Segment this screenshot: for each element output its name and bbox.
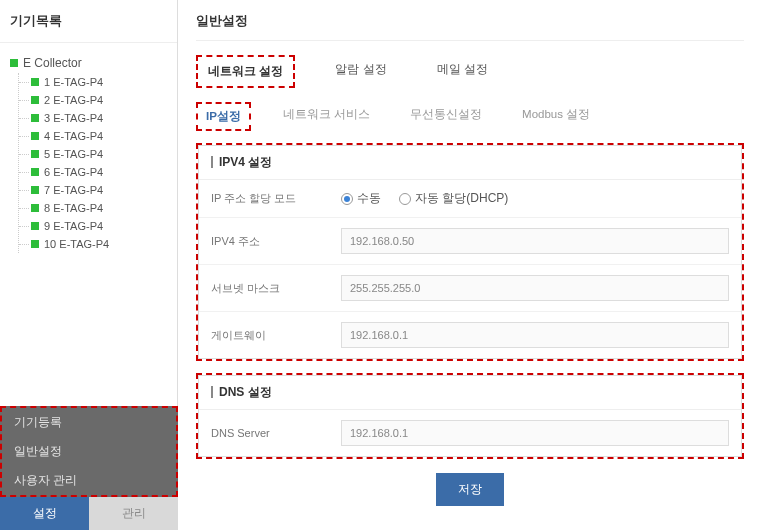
- primary-tab[interactable]: 네트워크 설정: [196, 55, 295, 88]
- tree-item-label: 8 E-TAG-P4: [44, 202, 103, 214]
- radio-dhcp-label: 자동 할당(DHCP): [415, 190, 508, 207]
- secondary-tab[interactable]: Modbus 설정: [514, 102, 598, 131]
- secondary-tab[interactable]: IP설정: [196, 102, 251, 131]
- settings-menu-item[interactable]: 일반설정: [2, 437, 176, 466]
- tree-item-label: 5 E-TAG-P4: [44, 148, 103, 160]
- tree-item-label: 9 E-TAG-P4: [44, 220, 103, 232]
- tree-item[interactable]: 8 E-TAG-P4: [19, 199, 167, 217]
- status-icon: [31, 78, 39, 86]
- settings-menu: 기기등록일반설정사용자 관리: [0, 406, 178, 497]
- radio-dhcp[interactable]: 자동 할당(DHCP): [399, 190, 508, 207]
- tree-item[interactable]: 6 E-TAG-P4: [19, 163, 167, 181]
- tree-item-label: 4 E-TAG-P4: [44, 130, 103, 142]
- status-icon: [31, 132, 39, 140]
- status-icon: [31, 222, 39, 230]
- device-tree: E Collector 1 E-TAG-P42 E-TAG-P43 E-TAG-…: [0, 43, 177, 406]
- primary-tab[interactable]: 알람 설정: [325, 55, 396, 88]
- tree-item[interactable]: 5 E-TAG-P4: [19, 145, 167, 163]
- radio-manual-label: 수동: [357, 190, 381, 207]
- dns-panel: DNS 설정 DNS Server: [196, 373, 744, 459]
- tree-item-label: 10 E-TAG-P4: [44, 238, 109, 250]
- ipv4-panel-title: IPV4 설정: [199, 146, 741, 180]
- status-icon: [31, 150, 39, 158]
- settings-menu-item[interactable]: 기기등록: [2, 408, 176, 437]
- ipv4-panel: IPV4 설정 IP 주소 할당 모드 수동 자동 할당(DHCP): [196, 143, 744, 361]
- gateway-input[interactable]: [341, 322, 729, 348]
- dns-server-input[interactable]: [341, 420, 729, 446]
- radio-icon: [341, 193, 353, 205]
- dns-panel-title: DNS 설정: [199, 376, 741, 410]
- status-icon: [10, 59, 18, 67]
- tree-item-label: 3 E-TAG-P4: [44, 112, 103, 124]
- status-icon: [31, 204, 39, 212]
- primary-tabs: 네트워크 설정알람 설정메일 설정: [196, 55, 744, 88]
- secondary-tab[interactable]: 무선통신설정: [402, 102, 490, 131]
- status-icon: [31, 114, 39, 122]
- tree-item-label: 2 E-TAG-P4: [44, 94, 103, 106]
- tree-item[interactable]: 10 E-TAG-P4: [19, 235, 167, 253]
- tree-item[interactable]: 2 E-TAG-P4: [19, 91, 167, 109]
- settings-menu-item[interactable]: 사용자 관리: [2, 466, 176, 495]
- tree-item-label: 7 E-TAG-P4: [44, 184, 103, 196]
- subnet-mask-label: 서브넷 마스크: [211, 281, 341, 296]
- tree-item[interactable]: 9 E-TAG-P4: [19, 217, 167, 235]
- status-icon: [31, 186, 39, 194]
- tree-item-label: 1 E-TAG-P4: [44, 76, 103, 88]
- main-panel: 일반설정 네트워크 설정알람 설정메일 설정 IP설정네트워크 서비스무선통신설…: [178, 0, 762, 530]
- tree-item-label: 6 E-TAG-P4: [44, 166, 103, 178]
- status-icon: [31, 168, 39, 176]
- tree-item[interactable]: 1 E-TAG-P4: [19, 73, 167, 91]
- tree-item[interactable]: 4 E-TAG-P4: [19, 127, 167, 145]
- bottom-tab-manage[interactable]: 관리: [89, 497, 178, 530]
- tree-root[interactable]: E Collector: [10, 53, 167, 73]
- ip-mode-label: IP 주소 할당 모드: [211, 191, 341, 206]
- radio-manual[interactable]: 수동: [341, 190, 381, 207]
- sidebar-title: 기기목록: [0, 0, 177, 43]
- tree-root-label: E Collector: [23, 56, 82, 70]
- sidebar-bottom: 기기등록일반설정사용자 관리 설정 관리: [0, 406, 178, 530]
- primary-tab[interactable]: 메일 설정: [427, 55, 498, 88]
- radio-icon: [399, 193, 411, 205]
- secondary-tabs: IP설정네트워크 서비스무선통신설정Modbus 설정: [196, 102, 744, 131]
- dns-server-label: DNS Server: [211, 427, 341, 439]
- gateway-label: 게이트웨이: [211, 328, 341, 343]
- ipv4-address-label: IPV4 주소: [211, 234, 341, 249]
- bottom-tab-settings[interactable]: 설정: [0, 497, 89, 530]
- page-title: 일반설정: [196, 12, 744, 41]
- sidebar: 기기목록 E Collector 1 E-TAG-P42 E-TAG-P43 E…: [0, 0, 178, 530]
- tree-item[interactable]: 3 E-TAG-P4: [19, 109, 167, 127]
- status-icon: [31, 96, 39, 104]
- subnet-mask-input[interactable]: [341, 275, 729, 301]
- ipv4-address-input[interactable]: [341, 228, 729, 254]
- status-icon: [31, 240, 39, 248]
- save-button[interactable]: 저장: [436, 473, 504, 506]
- secondary-tab[interactable]: 네트워크 서비스: [275, 102, 378, 131]
- tree-item[interactable]: 7 E-TAG-P4: [19, 181, 167, 199]
